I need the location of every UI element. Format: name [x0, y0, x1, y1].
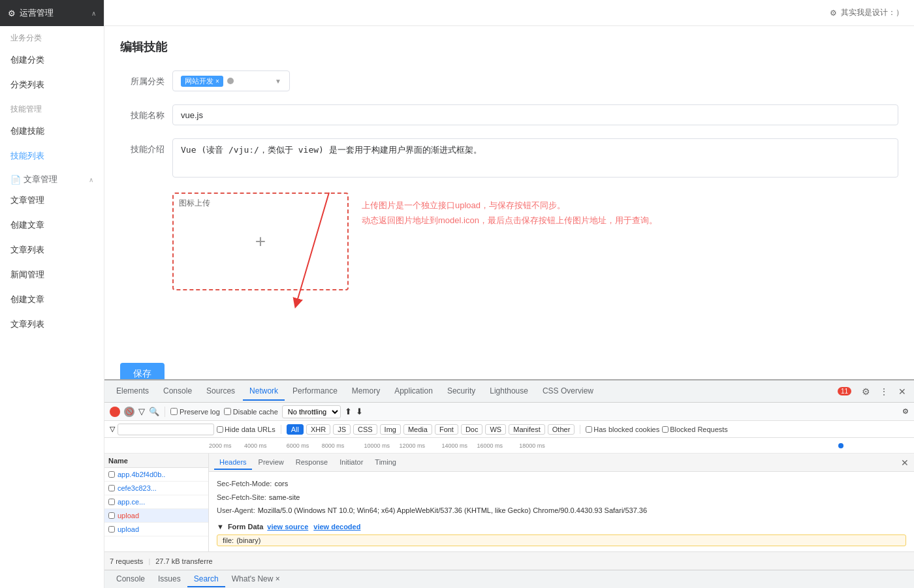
- detail-close-btn[interactable]: ✕: [901, 457, 909, 468]
- request-item-2[interactable]: app.ce...: [104, 495, 208, 509]
- disable-cache-input[interactable]: [224, 408, 231, 415]
- settings-icon-btn[interactable]: ⚙: [859, 385, 872, 398]
- throttle-select[interactable]: No throttling: [282, 405, 341, 418]
- request-checkbox-0[interactable]: [108, 471, 115, 478]
- form-data-row: file: (binary): [217, 534, 906, 546]
- sidebar-item-news-manage[interactable]: 新闻管理: [0, 262, 104, 287]
- type-btn-manifest[interactable]: Manifest: [509, 424, 545, 435]
- filter-input[interactable]: [118, 424, 214, 435]
- request-item-1[interactable]: cefe3c823...: [104, 482, 208, 495]
- intro-textarea[interactable]: Vue (读音 /vjuː/，类似于 view) 是一套用于构建用户界面的渐进式…: [172, 138, 898, 178]
- header-value-2: Mozilla/5.0 (Windows NT 10.0; Win64; x64…: [258, 505, 647, 516]
- tab-elements[interactable]: Elements: [110, 382, 155, 401]
- blocked-requests-checkbox[interactable]: Blocked Requests: [662, 426, 728, 433]
- type-btn-font[interactable]: Font: [435, 424, 458, 435]
- sidebar-menu: 业务分类 创建分类 分类列表 技能管理 创建技能 技能列表 📄 文章管理 ∧ 文…: [0, 26, 104, 588]
- sidebar-section-article-label: 文章管理: [24, 174, 57, 185]
- tab-console[interactable]: Console: [157, 382, 198, 401]
- detail-tab-initiator[interactable]: Initiator: [334, 456, 368, 470]
- category-tag-value: 网站开发: [185, 76, 213, 86]
- request-checkbox-1[interactable]: [108, 485, 115, 491]
- tab-memory[interactable]: Memory: [345, 382, 386, 401]
- category-control: 网站开发 × ▼: [172, 70, 898, 91]
- sidebar-item-skill-list[interactable]: 技能列表: [0, 144, 104, 168]
- has-blocked-cookies-input[interactable]: [586, 426, 592, 433]
- type-btn-other[interactable]: Other: [548, 424, 575, 435]
- sidebar-item-article-list[interactable]: 文章列表: [0, 238, 104, 262]
- close-icon-btn[interactable]: ✕: [896, 385, 909, 398]
- detail-tab-headers[interactable]: Headers: [214, 456, 252, 470]
- type-btn-ws[interactable]: WS: [485, 424, 506, 435]
- tab-security[interactable]: Security: [441, 382, 482, 401]
- type-btn-js[interactable]: JS: [333, 424, 351, 435]
- sidebar-item-create-skill[interactable]: 创建技能: [0, 119, 104, 144]
- sidebar-item-article-manage[interactable]: 文章管理: [0, 188, 104, 213]
- record-btn[interactable]: [110, 407, 120, 417]
- tab-lighthouse[interactable]: Lighthouse: [483, 382, 535, 401]
- type-btn-css[interactable]: CSS: [353, 424, 377, 435]
- detail-tab-timing[interactable]: Timing: [370, 456, 402, 470]
- type-btn-media[interactable]: Media: [403, 424, 432, 435]
- header-row-0: Sec-Fetch-Mode: cors: [217, 477, 906, 491]
- tick-4000: 4000 ms: [244, 442, 267, 449]
- tab-performance[interactable]: Performance: [286, 382, 344, 401]
- request-item-upload[interactable]: upload: [104, 523, 208, 536]
- detail-tab-response[interactable]: Response: [291, 456, 334, 470]
- bottom-tabs: Console Issues Search What's New ×: [104, 570, 914, 588]
- skill-name-input[interactable]: [172, 104, 898, 125]
- hide-data-urls-input[interactable]: [217, 426, 223, 433]
- upload-area[interactable]: 图标上传 +: [172, 193, 349, 290]
- sidebar-item-category-list[interactable]: 分类列表: [0, 72, 104, 97]
- view-decoded-link[interactable]: view decoded: [313, 523, 360, 531]
- disable-cache-checkbox[interactable]: Disable cache: [224, 408, 278, 416]
- sidebar-item-create-article2[interactable]: 创建文章: [0, 287, 104, 312]
- view-source-link[interactable]: view source: [267, 523, 308, 531]
- request-item-upload-red[interactable]: upload: [104, 509, 208, 523]
- header-value-1: same-site: [269, 492, 300, 503]
- tab-sources[interactable]: Sources: [200, 382, 242, 401]
- tab-network[interactable]: Network: [243, 382, 285, 401]
- type-btn-xhr[interactable]: XHR: [306, 424, 330, 435]
- save-button[interactable]: 保存: [120, 363, 165, 379]
- preserve-log-checkbox[interactable]: Preserve log: [170, 408, 220, 416]
- type-btn-img[interactable]: Img: [380, 424, 401, 435]
- sidebar-item-create-category[interactable]: 创建分类: [0, 48, 104, 72]
- requests-count: 7 requests: [110, 557, 143, 565]
- sidebar-item-create-article[interactable]: 创建文章: [0, 213, 104, 238]
- sidebar-item-article-list2[interactable]: 文章列表: [0, 312, 104, 337]
- detail-tab-preview[interactable]: Preview: [253, 456, 289, 470]
- request-checkbox-2[interactable]: [108, 499, 115, 505]
- tag-close-icon[interactable]: ×: [215, 78, 219, 85]
- sidebar-header[interactable]: ⚙ 运营管理 ∧: [0, 0, 104, 26]
- form-row-intro: 技能介绍 Vue (读音 /vjuː/，类似于 view) 是一套用于构建用户界…: [120, 138, 898, 179]
- has-blocked-cookies-checkbox[interactable]: Has blocked cookies: [586, 426, 659, 433]
- user-label: 其实我是设计：）: [841, 7, 904, 18]
- more-icon-btn[interactable]: ⋮: [877, 385, 890, 398]
- hide-data-urls-checkbox[interactable]: Hide data URLs: [217, 426, 276, 433]
- clear-btn[interactable]: 🚫: [124, 407, 134, 417]
- category-select[interactable]: 网站开发 × ▼: [172, 70, 290, 91]
- timeline-bars: 2000 ms 4000 ms 6000 ms 8000 ms 10000 ms…: [209, 438, 914, 453]
- header-value-0: cors: [274, 478, 288, 489]
- error-badge: 11: [838, 387, 851, 395]
- upload-note: 上传图片是一个独立接口upload，与保存按钮不同步。 动态返回图片地址到mod…: [362, 198, 657, 228]
- bottom-tab-console[interactable]: Console: [110, 572, 151, 587]
- preserve-log-input[interactable]: [170, 408, 178, 415]
- bottom-tab-search[interactable]: Search: [187, 572, 225, 587]
- chevron-down-icon: ∧: [89, 176, 93, 183]
- request-item-0[interactable]: app.4b2f4d0b..: [104, 468, 208, 482]
- type-btn-all[interactable]: All: [287, 424, 304, 435]
- tab-application[interactable]: Application: [388, 382, 439, 401]
- tick-18000: 18000 ms: [519, 442, 545, 449]
- type-btn-doc[interactable]: Doc: [461, 424, 483, 435]
- request-checkbox-upload[interactable]: [108, 526, 115, 533]
- request-checkbox-upload-red[interactable]: [108, 512, 115, 519]
- tab-css-overview[interactable]: CSS Overview: [536, 382, 600, 401]
- form-data-title-text: Form Data: [228, 523, 263, 531]
- request-item-name-0: app.4b2f4d0b..: [118, 471, 204, 478]
- blocked-requests-input[interactable]: [662, 426, 669, 433]
- bottom-tab-issues[interactable]: Issues: [151, 572, 187, 587]
- devtools-tabs-bar: Elements Console Sources Network Perform…: [104, 380, 914, 403]
- sidebar-section-article[interactable]: 📄 文章管理 ∧: [0, 168, 104, 188]
- bottom-tab-whatsnew[interactable]: What's New ×: [225, 572, 287, 587]
